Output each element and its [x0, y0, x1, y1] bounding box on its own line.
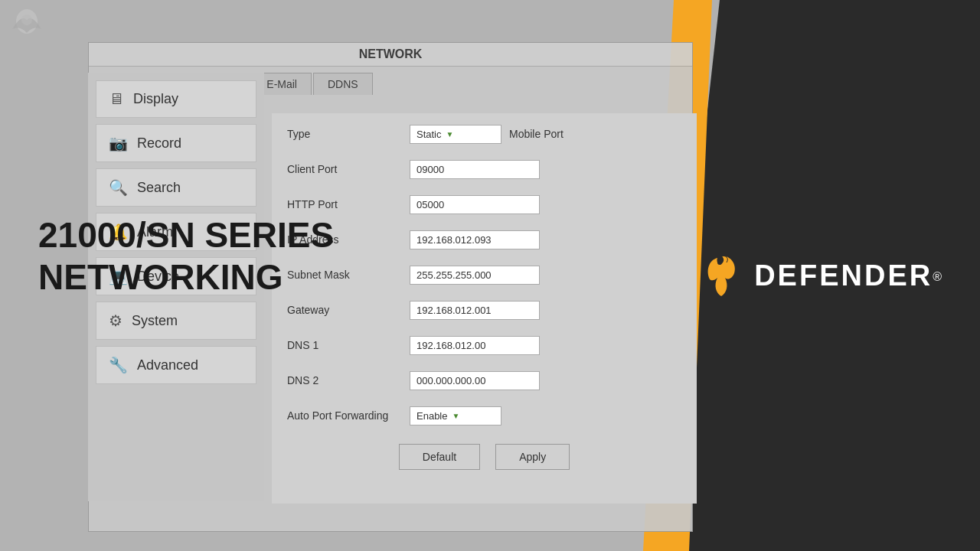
defender-logo: DEFENDER®	[694, 249, 942, 302]
tab-ddns[interactable]: DDNS	[313, 73, 373, 95]
dialog-title: NETWORK	[89, 43, 692, 67]
select-auto-port[interactable]: Enable ▼	[410, 406, 501, 425]
form-row-type: Type Static ▼ Mobile Port	[287, 121, 681, 147]
apply-button[interactable]: Apply	[495, 444, 570, 470]
search-icon: 🔍	[109, 178, 128, 197]
default-button[interactable]: Default	[399, 444, 480, 470]
system-icon: ⚙	[109, 311, 122, 330]
sidebar-item-display[interactable]: 🖥 Display	[96, 80, 256, 118]
form-row-client-port: Client Port	[287, 156, 681, 182]
defender-brand-text: DEFENDER®	[754, 259, 942, 292]
big-title-line2: NETWORKING	[38, 256, 334, 298]
label-dns1: DNS 1	[287, 339, 410, 351]
top-logo-area	[6, 6, 48, 48]
defender-text: DEFENDER	[754, 259, 933, 292]
big-title-line1: 21000/SN SERIES	[38, 214, 334, 256]
input-gateway[interactable]	[410, 301, 540, 320]
advanced-icon: 🔧	[109, 356, 128, 374]
input-http-port[interactable]	[410, 195, 540, 214]
input-dns1[interactable]	[410, 336, 540, 355]
sidebar-item-system[interactable]: ⚙ System	[96, 302, 256, 340]
form-row-auto-port: Auto Port Forwarding Enable ▼	[287, 403, 681, 429]
defender-registered: ®	[933, 269, 942, 282]
form-row-http-port: HTTP Port	[287, 191, 681, 217]
form-row-dns2: DNS 2	[287, 367, 681, 393]
sidebar-item-search[interactable]: 🔍 Search	[96, 168, 256, 207]
input-dns2[interactable]	[410, 371, 540, 390]
svg-point-1	[21, 15, 32, 25]
select-type[interactable]: Static ▼	[410, 125, 501, 144]
label-dns2: DNS 2	[287, 374, 410, 386]
input-subnet-mask[interactable]	[410, 266, 540, 285]
sidebar-item-search-label: Search	[137, 180, 181, 196]
sidebar-item-advanced[interactable]: 🔧 Advanced	[96, 346, 256, 384]
mobile-port-label: Mobile Port	[509, 128, 564, 140]
buttons-row: Default Apply	[287, 444, 681, 470]
form-row-gateway: Gateway	[287, 297, 681, 323]
input-ip-address[interactable]	[410, 230, 540, 249]
select-type-arrow: ▼	[446, 130, 454, 139]
select-auto-port-value: Enable	[416, 410, 447, 422]
form-row-dns1: DNS 1	[287, 332, 681, 358]
form-row-subnet-mask: Subnet Mask	[287, 262, 681, 288]
display-icon: 🖥	[109, 90, 124, 108]
label-client-port: Client Port	[287, 163, 410, 175]
label-gateway: Gateway	[287, 304, 410, 316]
svg-point-2	[717, 260, 722, 265]
sidebar-item-record[interactable]: 📷 Record	[96, 124, 256, 162]
form-area: Type Static ▼ Mobile Port Client Port HT…	[272, 113, 697, 504]
defender-eagle-svg	[694, 249, 748, 302]
select-type-value: Static	[416, 129, 442, 140]
big-title: 21000/SN SERIES NETWORKING	[38, 214, 334, 298]
sidebar-item-record-label: Record	[137, 135, 181, 152]
record-icon: 📷	[109, 134, 128, 152]
sidebar-item-display-label: Display	[133, 91, 178, 107]
select-auto-port-arrow: ▼	[452, 412, 459, 420]
sidebar-item-system-label: System	[132, 313, 178, 329]
form-row-ip-address: IP Address	[287, 227, 681, 253]
label-auto-port: Auto Port Forwarding	[287, 409, 410, 422]
input-client-port[interactable]	[410, 160, 540, 179]
label-type: Type	[287, 128, 410, 140]
label-http-port: HTTP Port	[287, 198, 410, 210]
sidebar-item-advanced-label: Advanced	[137, 357, 198, 373]
